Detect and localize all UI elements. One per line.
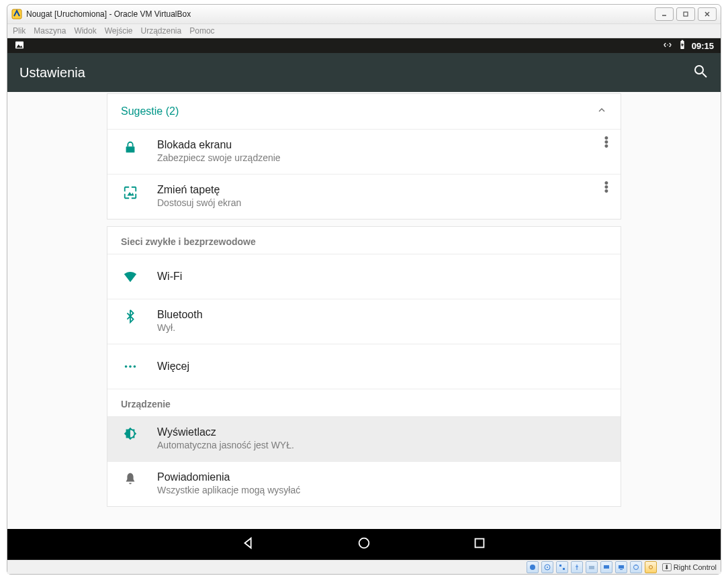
- setting-title: Powiadomienia: [157, 471, 300, 483]
- search-button[interactable]: [692, 63, 709, 83]
- svg-point-7: [667, 44, 668, 46]
- suggestions-card: Sugestie (2) Blokada ekranu Zabe: [107, 93, 621, 220]
- minimize-button[interactable]: [655, 7, 674, 21]
- host-key-label: Right Control: [674, 563, 717, 571]
- svg-marker-14: [127, 192, 134, 196]
- setting-bluetooth[interactable]: Bluetooth Wył.: [107, 299, 621, 344]
- svg-point-23: [547, 567, 548, 568]
- menu-item[interactable]: Plik: [13, 26, 26, 36]
- nav-back-button[interactable]: [241, 536, 256, 553]
- android-statusbar[interactable]: 09:15: [7, 38, 721, 53]
- host-key-indicator[interactable]: ⬇ Right Control: [662, 563, 717, 571]
- vb-shared-folder-icon[interactable]: [586, 561, 598, 573]
- nav-recent-button[interactable]: [472, 536, 487, 553]
- svg-point-32: [649, 566, 652, 569]
- settings-content[interactable]: Sugestie (2) Blokada ekranu Zabe: [7, 92, 721, 529]
- svg-rect-13: [126, 146, 135, 152]
- battery-charging-icon: [677, 40, 688, 52]
- vm-display-area[interactable]: 09:15 Ustawienia Sugestie (2): [7, 38, 721, 560]
- suggestion-lockscreen[interactable]: Blokada ekranu Zabezpiecz swoje urządzen…: [107, 130, 621, 175]
- svg-rect-28: [619, 565, 624, 569]
- vb-display-icon[interactable]: [600, 561, 612, 573]
- nav-home-button[interactable]: [357, 536, 371, 553]
- window-menubar: Plik Maszyna Widok Wejście Urządzenia Po…: [7, 24, 721, 38]
- setting-title: Bluetooth: [157, 309, 203, 321]
- suggestion-title: Blokada ekranu: [157, 139, 281, 151]
- setting-title: Wi-Fi: [157, 271, 182, 283]
- menu-item[interactable]: Widok: [74, 26, 96, 36]
- suggestions-header[interactable]: Sugestie (2): [107, 94, 621, 130]
- chevron-up-icon: [596, 105, 607, 118]
- maximize-button[interactable]: [676, 7, 695, 21]
- vb-usb-icon[interactable]: [571, 561, 583, 573]
- svg-rect-29: [620, 569, 623, 570]
- menu-item[interactable]: Wejście: [105, 26, 133, 36]
- setting-more[interactable]: Więcej: [107, 344, 621, 389]
- vb-gear-icon[interactable]: [645, 561, 657, 573]
- svg-rect-9: [681, 40, 683, 40]
- suggestions-title: Sugestie (2): [121, 105, 179, 117]
- vb-network-icon[interactable]: [556, 561, 568, 573]
- expand-icon: [662, 40, 673, 52]
- wallpaper-icon: [121, 185, 140, 200]
- settings-list-card: Sieci zwykłe i bezprzewodowe Wi-Fi: [107, 226, 621, 507]
- setting-title: Wyświetlacz: [157, 426, 294, 438]
- statusbar-time: 09:15: [692, 41, 714, 51]
- android-screen: 09:15 Ustawienia Sugestie (2): [7, 38, 721, 560]
- svg-rect-25: [563, 568, 565, 570]
- svg-rect-24: [559, 565, 561, 567]
- lock-icon: [121, 140, 140, 155]
- window-title: Nougat [Uruchomiona] - Oracle VM Virtual…: [26, 9, 652, 19]
- more-options-button[interactable]: •••: [604, 136, 608, 148]
- more-horizontal-icon: [121, 359, 140, 374]
- vb-optical-icon[interactable]: [541, 561, 553, 573]
- setting-display[interactable]: Wyświetlacz Automatyczna jasność jest WY…: [107, 417, 621, 462]
- settings-appbar: Ustawienia: [7, 53, 721, 92]
- bell-icon: [121, 471, 140, 486]
- svg-point-11: [695, 66, 703, 74]
- close-button[interactable]: [698, 7, 717, 21]
- suggestion-subtitle: Dostosuj swój ekran: [157, 197, 241, 208]
- svg-point-16: [129, 365, 132, 368]
- section-header-device: Urządzenie: [107, 389, 621, 417]
- menu-item[interactable]: Maszyna: [34, 26, 66, 36]
- svg-line-12: [702, 73, 707, 77]
- suggestion-wallpaper[interactable]: Zmień tapetę Dostosuj swój ekran •••: [107, 175, 621, 219]
- svg-rect-2: [684, 12, 688, 16]
- svg-rect-26: [589, 566, 594, 569]
- page-title: Ustawienia: [19, 65, 85, 81]
- suggestion-title: Zmień tapetę: [157, 184, 241, 196]
- window-titlebar: Nougat [Uruchomiona] - Oracle VM Virtual…: [7, 5, 721, 24]
- bluetooth-icon: [121, 309, 140, 324]
- brightness-icon: [121, 426, 140, 441]
- vb-hdd-icon[interactable]: [527, 561, 539, 573]
- svg-point-17: [134, 365, 136, 368]
- picture-icon: [14, 40, 25, 52]
- vb-audio-icon[interactable]: [630, 561, 642, 573]
- svg-rect-20: [475, 539, 484, 548]
- menu-item[interactable]: Urządzenia: [141, 26, 182, 36]
- setting-subtitle: Wył.: [157, 322, 203, 333]
- svg-point-15: [125, 365, 128, 368]
- setting-subtitle: Automatyczna jasność jest WYŁ.: [157, 440, 294, 450]
- svg-point-21: [530, 565, 535, 570]
- virtualbox-window: Nougat [Uruchomiona] - Oracle VM Virtual…: [7, 4, 721, 575]
- svg-point-19: [359, 538, 369, 548]
- setting-notifications[interactable]: Powiadomienia Wszystkie aplikacje mogą w…: [107, 462, 621, 506]
- vb-recording-icon[interactable]: [615, 561, 627, 573]
- wifi-icon: [121, 269, 140, 284]
- menu-item[interactable]: Pomoc: [189, 26, 214, 36]
- setting-title: Więcej: [157, 360, 189, 373]
- section-header-network: Sieci zwykłe i bezprzewodowe: [107, 227, 621, 254]
- setting-wifi[interactable]: Wi-Fi: [107, 254, 621, 299]
- setting-subtitle: Wszystkie aplikacje mogą wysyłać: [157, 485, 300, 495]
- more-options-button[interactable]: •••: [604, 181, 608, 193]
- suggestion-subtitle: Zabezpiecz swoje urządzenie: [157, 152, 281, 163]
- svg-rect-27: [604, 565, 609, 569]
- down-arrow-icon: ⬇: [662, 563, 672, 571]
- android-navbar: [7, 529, 721, 560]
- virtualbox-statusbar: ⬇ Right Control: [7, 560, 721, 574]
- virtualbox-logo-icon: [11, 9, 22, 19]
